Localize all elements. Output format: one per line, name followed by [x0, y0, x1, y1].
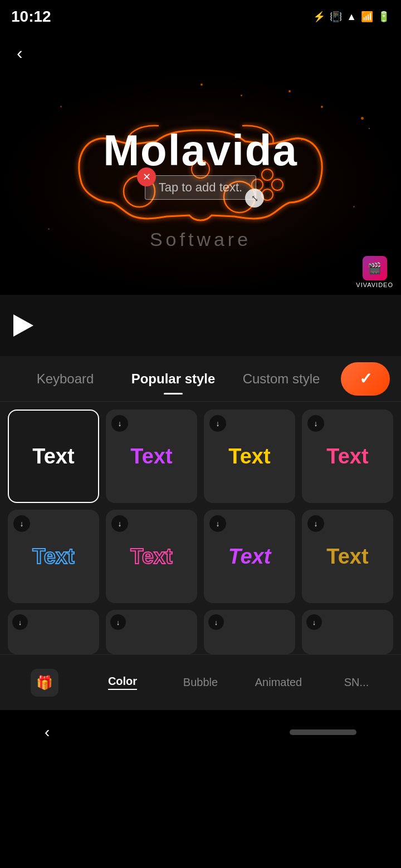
download-icon-7: ↓: [307, 515, 324, 532]
style-item-6[interactable]: ↓ Text: [204, 510, 295, 603]
nav-home-pill[interactable]: [290, 729, 356, 735]
style-text-0: Text: [32, 445, 74, 468]
style-item-7[interactable]: ↓ Text: [302, 510, 393, 603]
text-input-box[interactable]: Tap to add text.: [145, 175, 256, 200]
status-bar: 10:12 ⚡ 📳 ▲ 📶 🔋: [0, 0, 401, 33]
vibrate-icon: 📳: [330, 11, 342, 23]
category-bar: 🎁 Color Bubble Animated SN...: [0, 654, 401, 710]
bubble-label: Bubble: [183, 676, 218, 689]
style-text-2: Text: [228, 445, 270, 468]
status-time: 10:12: [11, 8, 51, 26]
download-icon-10: ↓: [208, 614, 224, 630]
category-bubble[interactable]: Bubble: [162, 670, 239, 694]
download-icon-2: ↓: [209, 415, 226, 432]
playback-bar: [0, 295, 401, 356]
style-item-5[interactable]: ↓ Text: [106, 510, 197, 603]
svg-point-5: [272, 179, 283, 190]
download-icon-3: ↓: [307, 415, 324, 432]
recent-icon: 🎁: [31, 669, 58, 697]
category-recent[interactable]: 🎁: [6, 663, 84, 702]
back-button[interactable]: ‹: [11, 37, 28, 69]
style-text-3: Text: [326, 445, 368, 468]
nav-back-button[interactable]: ‹: [45, 723, 50, 741]
software-subtitle: Software: [0, 229, 401, 250]
download-icon-8: ↓: [12, 614, 28, 630]
close-text-button[interactable]: ✕: [137, 167, 156, 186]
sn-label: SN...: [344, 676, 369, 689]
style-item-11[interactable]: ↓: [302, 610, 393, 654]
vivavideo-watermark: 🎬 VIVAVIDEO: [356, 256, 393, 288]
top-nav: ‹: [0, 33, 401, 72]
tab-custom-style[interactable]: Custom style: [227, 366, 335, 392]
play-triangle-icon: [13, 314, 33, 337]
status-icons: ⚡ 📳 ▲ 📶 🔋: [313, 11, 390, 23]
style-item-10[interactable]: ↓: [204, 610, 295, 654]
download-icon-11: ↓: [306, 614, 322, 630]
signal-icon: 📶: [361, 11, 373, 23]
nav-bar: ‹: [0, 710, 401, 754]
resize-text-button[interactable]: ⤡: [245, 189, 264, 208]
animated-label: Animated: [255, 676, 302, 689]
style-item-0[interactable]: Text: [8, 410, 99, 503]
wifi-icon: ▲: [346, 11, 356, 23]
checkmark-icon: ✓: [359, 369, 372, 388]
style-item-8[interactable]: ↓: [8, 610, 99, 654]
battery-icon: 🔋: [378, 11, 390, 23]
category-animated[interactable]: Animated: [239, 670, 317, 694]
style-text-6: Text: [228, 545, 271, 569]
download-icon-5: ↓: [111, 515, 128, 532]
style-item-2[interactable]: ↓ Text: [204, 410, 295, 503]
style-item-3[interactable]: ↓ Text: [302, 410, 393, 503]
download-icon-4: ↓: [13, 515, 30, 532]
vivavideo-icon: 🎬: [363, 256, 387, 280]
style-text-5: Text: [130, 545, 172, 569]
download-icon-1: ↓: [111, 415, 128, 432]
tab-keyboard[interactable]: Keyboard: [11, 366, 119, 392]
confirm-button[interactable]: ✓: [341, 362, 390, 396]
style-tabs: Keyboard Popular style Custom style ✓: [0, 356, 401, 402]
tab-popular-style[interactable]: Popular style: [119, 366, 227, 392]
play-button[interactable]: [11, 313, 36, 338]
style-text-4: Text: [32, 545, 74, 569]
style-item-4[interactable]: ↓ Text: [8, 510, 99, 603]
style-item-1[interactable]: ↓ Text: [106, 410, 197, 503]
download-icon-6: ↓: [209, 515, 226, 532]
style-text-1: Text: [130, 445, 172, 468]
category-sn[interactable]: SN...: [317, 670, 395, 694]
style-item-9[interactable]: ↓: [106, 610, 197, 654]
style-grid-row3: ↓ ↓ ↓ ↓: [0, 603, 401, 654]
vivavideo-label: VIVAVIDEO: [356, 282, 393, 288]
category-color[interactable]: Color: [84, 669, 162, 696]
download-icon-9: ↓: [110, 614, 126, 630]
video-preview: Molavida ✕ Tap to add text. ⤡ Software 🎬…: [0, 72, 401, 295]
style-text-7: Text: [326, 545, 368, 569]
bluetooth-icon: ⚡: [313, 11, 325, 23]
text-input-overlay[interactable]: ✕ Tap to add text. ⤡: [145, 175, 256, 200]
molavida-title: Molavida: [0, 125, 401, 176]
style-grid: Text ↓ Text ↓ Text ↓ Text ↓ Text ↓ Text …: [0, 402, 401, 603]
color-label: Color: [108, 675, 137, 690]
